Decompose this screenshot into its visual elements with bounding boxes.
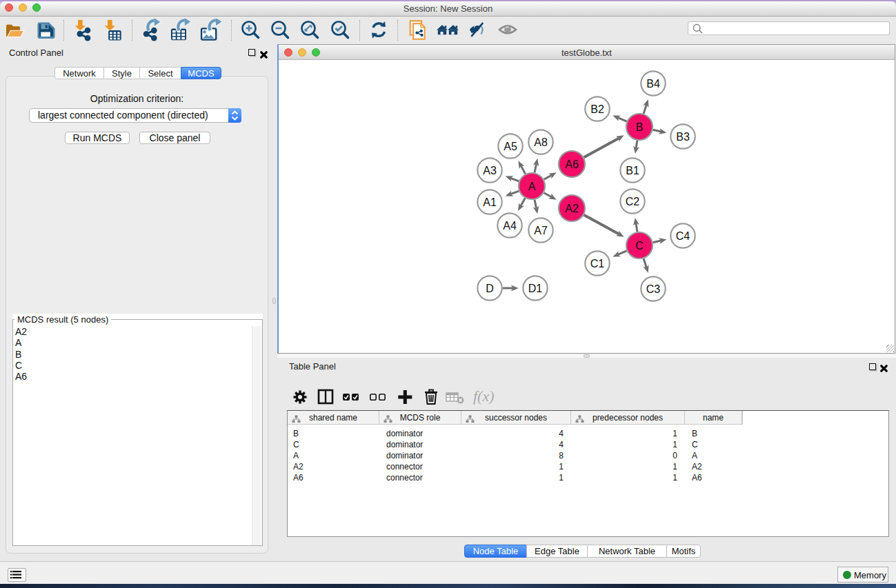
svg-text:A3: A3 [483,164,497,176]
svg-text:C2: C2 [626,195,640,207]
svg-text:C1: C1 [590,257,605,269]
svg-text:B3: B3 [676,130,690,142]
svg-text:D: D [486,282,494,294]
svg-text:A5: A5 [504,140,517,152]
svg-text:B4: B4 [646,77,660,89]
svg-text:A2: A2 [565,202,579,214]
svg-text:D1: D1 [528,282,543,294]
svg-text:A4: A4 [503,219,517,231]
svg-text:C4: C4 [676,230,690,241]
svg-text:B2: B2 [590,103,604,114]
svg-text:C3: C3 [646,283,661,294]
svg-text:A8: A8 [534,136,548,148]
svg-text:C: C [635,239,644,251]
svg-text:A1: A1 [483,196,497,207]
svg-text:A6: A6 [565,158,579,170]
svg-text:A7: A7 [534,224,548,236]
svg-text:A: A [528,180,536,192]
svg-text:B: B [636,121,644,132]
svg-text:B1: B1 [626,164,639,176]
